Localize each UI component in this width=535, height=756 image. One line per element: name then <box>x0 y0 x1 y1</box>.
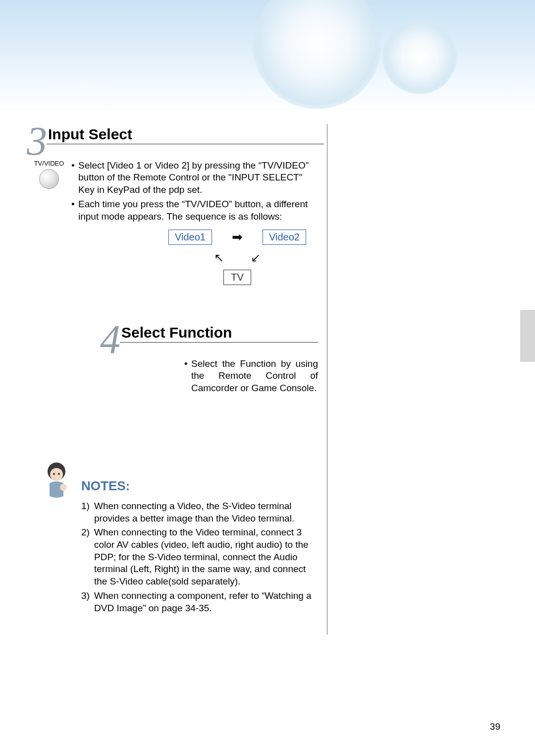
step-number-3: 3 <box>27 123 47 160</box>
notes-list: 1) When connecting a Video, the S-Video … <box>81 500 312 614</box>
instruction-text: Select the Function by using the Remote … <box>191 358 318 395</box>
section-title: Input Select <box>47 123 324 144</box>
instruction-text: Each time you press the “TV/VIDEO” butto… <box>78 198 309 223</box>
svg-point-1 <box>50 468 63 481</box>
note-text: When connecting to the Video terminal, c… <box>94 526 312 587</box>
header-decoration <box>0 0 535 114</box>
svg-point-2 <box>53 473 55 475</box>
section-input-select: 3 Input Select TV/VIDEO • Select [Video … <box>27 123 324 225</box>
notes-section: NOTES: 1) When connecting a Video, the S… <box>35 459 312 616</box>
page-tab-marker <box>520 310 535 362</box>
input-sequence-diagram: Video1 ➡ Video2 ↖ ↙ TV <box>165 230 309 285</box>
dandelion-icon <box>382 20 457 94</box>
step-number-4: 4 <box>100 321 120 358</box>
remote-button-diagram: TV/VIDEO <box>27 160 71 225</box>
arrow-right-icon: ➡ <box>232 230 243 245</box>
svg-point-4 <box>60 484 67 491</box>
instruction-text: Select [Video 1 or Video 2] by pressing … <box>78 160 309 196</box>
note-item: 3) When connecting a component, refer to… <box>81 590 312 614</box>
note-text: When connecting a component, refer to “W… <box>94 590 312 614</box>
arrow-up-left-icon: ↖ <box>214 251 224 265</box>
instruction-bullet: • Select the Function by using the Remot… <box>184 358 318 395</box>
svg-point-3 <box>58 473 60 475</box>
arrow-down-left-icon: ↙ <box>251 251 261 265</box>
sequence-box-tv: TV <box>223 270 251 285</box>
section-title: Select Function <box>120 321 318 343</box>
button-label: TV/VIDEO <box>27 160 71 167</box>
note-text: When connecting a Video, the S-Video ter… <box>94 500 312 524</box>
note-item: 2) When connecting to the Video terminal… <box>81 526 312 587</box>
sequence-box-video1: Video1 <box>168 230 212 245</box>
notes-heading: NOTES: <box>35 478 312 494</box>
section-select-function: 4 Select Function • Select the Function … <box>100 321 318 395</box>
sequence-box-video2: Video2 <box>263 230 306 245</box>
instruction-bullet: • Each time you press the “TV/VIDEO” but… <box>71 198 309 223</box>
instruction-bullet: • Select [Video 1 or Video 2] by pressin… <box>71 160 309 196</box>
column-divider <box>327 124 327 635</box>
dandelion-icon <box>253 0 381 109</box>
notes-character-icon <box>35 459 76 500</box>
tv-video-button-icon <box>39 169 59 189</box>
note-item: 1) When connecting a Video, the S-Video … <box>81 500 312 524</box>
manual-page: 3 Input Select TV/VIDEO • Select [Video … <box>0 0 535 756</box>
page-number: 39 <box>490 721 500 732</box>
